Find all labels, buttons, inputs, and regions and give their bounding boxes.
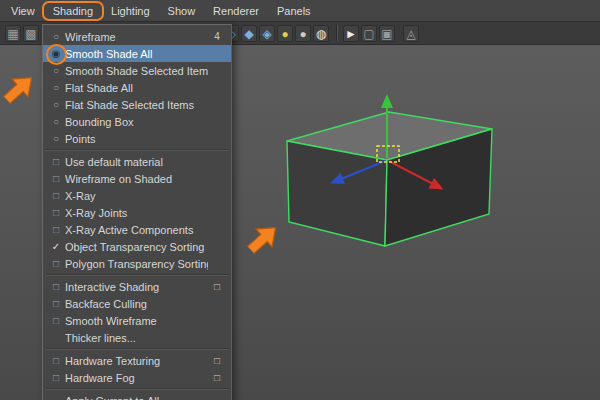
maya-viewport-window: View Shading Lighting Show Renderer Pane… [0, 0, 600, 400]
menu-item-x-ray[interactable]: □ X-Ray [43, 187, 231, 204]
menu-item-smooth-wireframe[interactable]: □ Smooth Wireframe [43, 312, 231, 329]
panel-menubar: View Shading Lighting Show Renderer Pane… [0, 0, 600, 22]
menu-lighting-label: Lighting [111, 5, 150, 17]
menu-view[interactable]: View [2, 3, 44, 19]
menu-item-object-transparency-sorting[interactable]: ✓ Object Transparency Sorting [43, 238, 231, 255]
checkbox-icon: □ [47, 224, 65, 235]
menu-item-backface-culling[interactable]: □ Backface Culling [43, 295, 231, 312]
checkbox-icon: □ [47, 281, 65, 292]
textured-display-icon[interactable]: ◈ [259, 25, 275, 42]
material-sphere-icon[interactable]: ● [295, 25, 311, 42]
option-box[interactable]: □ [208, 355, 226, 366]
checkbox-icon: □ [47, 355, 65, 366]
radio-icon: ○ [47, 116, 65, 127]
checkbox-icon: □ [47, 315, 65, 326]
menu-item-thicker-lines[interactable]: Thicker lines... [43, 329, 231, 346]
radio-icon: ◉ [47, 48, 65, 59]
menu-item-hardware-texturing[interactable]: □ Hardware Texturing □ [43, 352, 231, 369]
smooth-shade-display-icon[interactable]: ◆ [241, 25, 257, 42]
menu-item-wireframe[interactable]: ○ Wireframe 4 [43, 28, 231, 45]
cube-left-face[interactable] [287, 141, 387, 246]
menu-item-use-default-material[interactable]: □ Use default material [43, 153, 231, 170]
menu-separator [46, 388, 228, 390]
menu-item-x-ray-joints[interactable]: □ X-Ray Joints [43, 204, 231, 221]
menu-item-flat-shade-selected-items[interactable]: ○ Flat Shade Selected Items [43, 96, 231, 113]
checkmark-icon: ✓ [47, 241, 65, 252]
menu-item-bounding-box[interactable]: ○ Bounding Box [43, 113, 231, 130]
menu-separator [46, 149, 228, 151]
radio-icon: ○ [47, 82, 65, 93]
menu-item-apply-current-to-all[interactable]: Apply Current to All [43, 392, 231, 400]
menu-panels-label: Panels [277, 5, 311, 17]
radio-icon: ○ [47, 65, 65, 76]
menu-item-wireframe-on-shaded[interactable]: □ Wireframe on Shaded [43, 170, 231, 187]
checkbox-icon: □ [47, 372, 65, 383]
menu-item-points[interactable]: ○ Points [43, 130, 231, 147]
menu-item-smooth-shade-selected-items[interactable]: ○ Smooth Shade Selected Items [43, 62, 231, 79]
select-highlight-icon[interactable]: ► [343, 25, 359, 42]
radio-icon: ○ [47, 99, 65, 110]
menu-renderer[interactable]: Renderer [204, 3, 268, 19]
option-box[interactable]: □ [208, 281, 226, 292]
menu-view-label: View [11, 5, 35, 17]
menu-shading-label: Shading [53, 5, 93, 17]
checkbox-icon: □ [47, 207, 65, 218]
menu-item-flat-shade-all[interactable]: ○ Flat Shade All [43, 79, 231, 96]
snap-to-point-icon[interactable]: ▩ [23, 25, 39, 42]
frame-selected-icon[interactable]: ▣ [379, 25, 395, 42]
option-box[interactable]: □ [208, 372, 226, 383]
toolbar-divider [336, 25, 338, 41]
menu-item-smooth-shade-all[interactable]: ◉ Smooth Shade All [43, 45, 231, 62]
share-nodes-icon[interactable]: ◬ [403, 25, 419, 42]
menu-item-interactive-shading[interactable]: □ Interactive Shading □ [43, 278, 231, 295]
menu-item-polygon-transparency-sorting[interactable]: □ Polygon Transparency Sorting [43, 255, 231, 272]
radio-icon: ○ [47, 133, 65, 144]
menu-show-label: Show [168, 5, 196, 17]
menu-lighting[interactable]: Lighting [102, 3, 159, 19]
checkbox-icon: □ [47, 258, 65, 269]
shortcut-label: 4 [208, 31, 226, 42]
checkbox-icon: □ [47, 173, 65, 184]
menu-item-x-ray-active-components[interactable]: □ X-Ray Active Components [43, 221, 231, 238]
checkbox-icon: □ [47, 156, 65, 167]
menu-item-hardware-fog[interactable]: □ Hardware Fog □ [43, 369, 231, 386]
radio-icon: ○ [47, 31, 65, 42]
menu-shading[interactable]: Shading [44, 3, 102, 19]
menu-renderer-label: Renderer [213, 5, 259, 17]
selected-cube[interactable] [287, 112, 492, 246]
isolate-select-icon[interactable]: ▢ [361, 25, 377, 42]
default-light-icon[interactable]: ● [277, 25, 293, 42]
menu-show[interactable]: Show [159, 3, 205, 19]
menu-separator [46, 274, 228, 276]
textured-sphere-icon[interactable]: ◍ [313, 25, 329, 42]
menu-separator [46, 348, 228, 350]
menu-panels[interactable]: Panels [268, 3, 320, 19]
checkbox-icon: □ [47, 190, 65, 201]
snap-to-grid-icon[interactable]: ▦ [5, 25, 21, 42]
shading-dropdown-menu: ○ Wireframe 4 ◉ Smooth Shade All ○ Smoot… [42, 24, 232, 400]
checkbox-icon: □ [47, 298, 65, 309]
